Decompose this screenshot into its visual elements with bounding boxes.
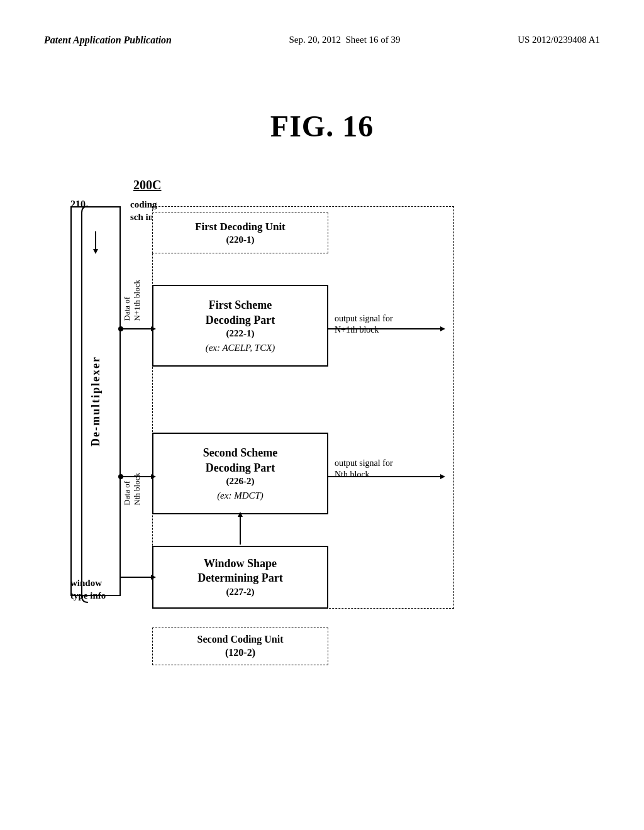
header-publication: Patent Application Publication <box>44 35 172 46</box>
demultiplexer-box: De-multiplexer <box>70 206 121 596</box>
second-coding-unit-box: Second Coding Unit (120-2) <box>152 628 328 665</box>
second-scheme-decoding-box: Second Scheme Decoding Part (226-2) (ex:… <box>152 433 328 514</box>
second-coding-unit-label: Second Coding Unit (120-2) <box>197 633 284 660</box>
first-decoding-unit-box: First Decoding Unit (220-1) <box>152 213 328 253</box>
demultiplexer-label: De-multiplexer <box>89 356 103 446</box>
figure-title: FIG. 16 <box>0 109 644 143</box>
data-nth-label: Data of Nth block <box>123 433 142 546</box>
window-type-label: window type info <box>70 577 106 602</box>
first-scheme-decoding-box: First Scheme Decoding Part (222-1) (ex: … <box>152 285 328 367</box>
output-nth-label: output signal for Nth block <box>335 458 393 480</box>
first-scheme-sub: (ex: ACELP, TCX) <box>206 343 275 353</box>
second-scheme-sub: (ex: MDCT) <box>217 490 264 501</box>
header: Patent Application Publication Sep. 20, … <box>0 0 644 46</box>
first-decoding-unit-label: First Decoding Unit (220-1) <box>195 220 286 246</box>
diagram-container: 200C 210 coding sch info De-multiplexer … <box>70 169 574 709</box>
second-scheme-label: Second Scheme Decoding Part (226-2) <box>203 446 278 487</box>
output-n1-label: output signal for N+1th block <box>335 313 393 336</box>
header-patent-number: US 2012/0239408 A1 <box>518 35 600 45</box>
window-shape-box: Window Shape Determining Part (227-2) <box>152 546 328 609</box>
window-shape-label: Window Shape Determining Part (227-2) <box>197 556 282 598</box>
data-n1-label: Data of N+1th block <box>123 238 142 363</box>
page: Patent Application Publication Sep. 20, … <box>0 0 644 830</box>
first-scheme-label: First Scheme Decoding Part (222-1) <box>206 298 275 340</box>
header-date-sheet: Sep. 20, 2012 Sheet 16 of 39 <box>289 35 401 45</box>
label-200c: 200C <box>133 178 161 192</box>
